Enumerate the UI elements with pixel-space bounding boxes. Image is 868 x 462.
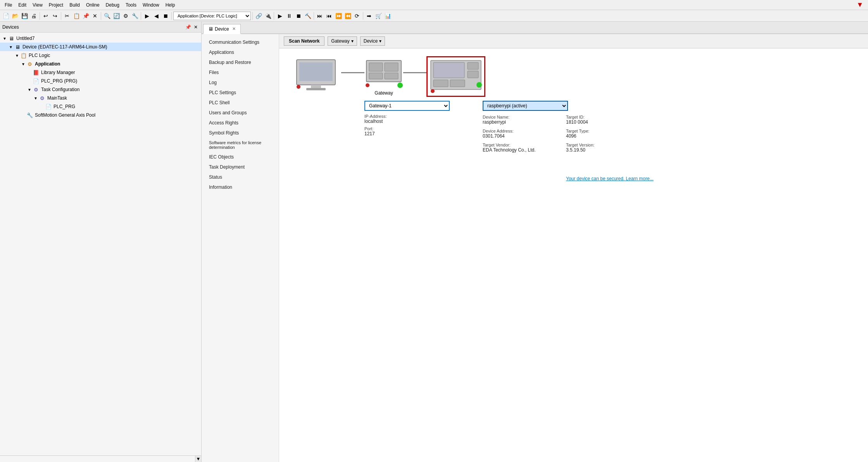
device-select-container: raspberrypi (active) Device Name: raspbe…: [483, 101, 638, 153]
panel-header: Devices 📌 ✕: [0, 22, 201, 33]
icon-plcprg: 📄: [33, 78, 40, 84]
debug-btn3[interactable]: ⏩: [334, 12, 343, 20]
tree-item-device[interactable]: ▼ 🖥 Device (EDATEC-117-ARM64-Linux-SM): [0, 43, 201, 51]
menu-tools[interactable]: Tools: [123, 2, 140, 9]
svg-rect-7: [385, 63, 398, 71]
device-select[interactable]: raspberrypi (active): [483, 101, 568, 111]
label-plcprg: PLC_PRG (PRG): [41, 78, 77, 84]
tree-item-plcprg2[interactable]: ▶ 📄 PLC_PRG: [0, 102, 201, 111]
paste-btn[interactable]: 📌: [81, 12, 90, 20]
debug-btn2[interactable]: ⏮: [325, 12, 333, 20]
nav-access[interactable]: Access Rights: [202, 118, 279, 128]
toolbar-btn8[interactable]: ◀: [152, 12, 160, 20]
tree-item-application[interactable]: ▼ ⚙ Application: [0, 60, 201, 68]
icon-plcprg2: 📄: [45, 103, 52, 110]
menu-debug[interactable]: Debug: [103, 2, 123, 9]
expand-untitled7[interactable]: ▼: [2, 35, 8, 41]
nav-iec[interactable]: IEC Objects: [202, 152, 279, 162]
expand-plclogic[interactable]: ▼: [14, 52, 20, 59]
new-btn[interactable]: 📄: [2, 12, 10, 20]
nav-status[interactable]: Status: [202, 172, 279, 182]
tree-item-plclogic[interactable]: ▼ 📋 PLC Logic: [0, 51, 201, 60]
toolbar-btn5[interactable]: ⚙: [121, 12, 130, 20]
gateway-node: Gateway: [364, 57, 403, 96]
nav-taskdeploy[interactable]: Task Deployment: [202, 162, 279, 172]
bp-btn1[interactable]: ➡: [365, 12, 373, 20]
sep2: [61, 12, 61, 20]
cut-btn[interactable]: ✂: [63, 12, 71, 20]
scan-network-btn[interactable]: Scan Network: [284, 36, 324, 46]
find-btn[interactable]: 🔍: [103, 12, 111, 20]
expand-application[interactable]: ▼: [20, 61, 26, 67]
svg-rect-6: [369, 63, 383, 71]
delete-btn[interactable]: ✕: [91, 12, 99, 20]
gateway-dropdown[interactable]: Gateway ▾: [328, 36, 357, 46]
stop-btn[interactable]: ⏹: [294, 12, 303, 20]
panel-close-btn[interactable]: ✕: [193, 24, 199, 30]
target-id-value: 1810 0004: [566, 119, 638, 125]
toolbar-btn6[interactable]: 🔧: [131, 12, 139, 20]
tree-item-softmotion[interactable]: ▶ 🔧 SoftMotion General Axis Pool: [0, 111, 201, 119]
security-link[interactable]: Your device can be secured. Learn more..…: [566, 176, 868, 181]
sep3: [101, 12, 101, 20]
expand-taskconfig[interactable]: ▼: [26, 86, 33, 93]
toolbar-btn7[interactable]: ▶: [143, 12, 151, 20]
nav-plcshell[interactable]: PLC Shell: [202, 98, 279, 108]
nav-backup[interactable]: Backup and Restore: [202, 57, 279, 67]
menu-window[interactable]: Window: [140, 2, 162, 9]
device-content: Communication Settings Applications Back…: [202, 34, 868, 462]
device-dropdown[interactable]: Device ▾: [360, 36, 385, 46]
tree-item-taskconfig[interactable]: ▼ ⚙ Task Configuration: [0, 85, 201, 94]
tree-item-librarymanager[interactable]: ▶ 📕 Library Manager: [0, 68, 201, 77]
panel-scroll-down[interactable]: ▼: [195, 456, 201, 462]
nav-symbol[interactable]: Symbol Rights: [202, 128, 279, 138]
panel-pin-btn[interactable]: 📌: [185, 24, 191, 30]
tree-item-maintask[interactable]: ▼ ⚙ MainTask: [0, 94, 201, 102]
replace-btn[interactable]: 🔄: [112, 12, 121, 20]
toolbar-btn9[interactable]: ⏹: [161, 12, 170, 20]
nav-users[interactable]: Users and Groups: [202, 108, 279, 118]
nav-plcsettings[interactable]: PLC Settings: [202, 88, 279, 98]
nav-files[interactable]: Files: [202, 67, 279, 78]
app-selector[interactable]: Application [Device: PLC Logic]: [173, 12, 251, 20]
menu-bar: File Edit View Project Build Online Debu…: [0, 0, 868, 10]
bp-btn3[interactable]: 📊: [383, 12, 392, 20]
copy-btn[interactable]: 📋: [72, 12, 81, 20]
device-tab[interactable]: 🖥 Device ✕: [203, 24, 241, 34]
menu-online[interactable]: Online: [83, 2, 103, 9]
step-btn[interactable]: 🔨: [304, 12, 312, 20]
disconnect-btn[interactable]: 🔌: [264, 12, 272, 20]
port-label: Port:: [364, 126, 450, 131]
target-version-value: 3.5.19.50: [566, 147, 638, 153]
tree-item-untitled7[interactable]: ▼ 🖥 Untitled7: [0, 34, 201, 43]
undo-btn[interactable]: ↩: [41, 12, 50, 20]
run-btn[interactable]: ▶: [276, 12, 284, 20]
nav-log[interactable]: Log: [202, 78, 279, 88]
device-tab-close[interactable]: ✕: [232, 26, 236, 31]
menu-build[interactable]: Build: [66, 2, 83, 9]
debug-btn5[interactable]: ⟳: [353, 12, 361, 20]
sep4: [141, 12, 141, 20]
menu-file[interactable]: File: [2, 2, 15, 9]
bp-btn2[interactable]: 🛒: [374, 12, 383, 20]
tree-item-plcprg[interactable]: ▶ 📄 PLC_PRG (PRG): [0, 77, 201, 85]
nav-info[interactable]: Information: [202, 182, 279, 192]
print-btn[interactable]: 🖨: [29, 12, 38, 20]
debug-btn1[interactable]: ⏭: [316, 12, 324, 20]
nav-software[interactable]: Software metrics for license determinati…: [202, 138, 279, 152]
gateway-select[interactable]: Gateway-1: [364, 101, 450, 111]
menu-edit[interactable]: Edit: [15, 2, 29, 9]
save-btn[interactable]: 💾: [20, 12, 29, 20]
nav-comm-settings[interactable]: Communication Settings: [202, 37, 279, 47]
menu-view[interactable]: View: [29, 2, 46, 9]
pause-btn[interactable]: ⏸: [285, 12, 293, 20]
menu-help[interactable]: Help: [162, 2, 178, 9]
menu-project[interactable]: Project: [46, 2, 66, 9]
expand-maintask[interactable]: ▼: [33, 95, 39, 101]
debug-btn4[interactable]: ⏪: [343, 12, 352, 20]
redo-btn[interactable]: ↪: [51, 12, 59, 20]
connect-btn[interactable]: 🔗: [254, 12, 263, 20]
open-btn[interactable]: 📂: [11, 12, 19, 20]
expand-device[interactable]: ▼: [8, 44, 14, 50]
nav-applications[interactable]: Applications: [202, 47, 279, 57]
